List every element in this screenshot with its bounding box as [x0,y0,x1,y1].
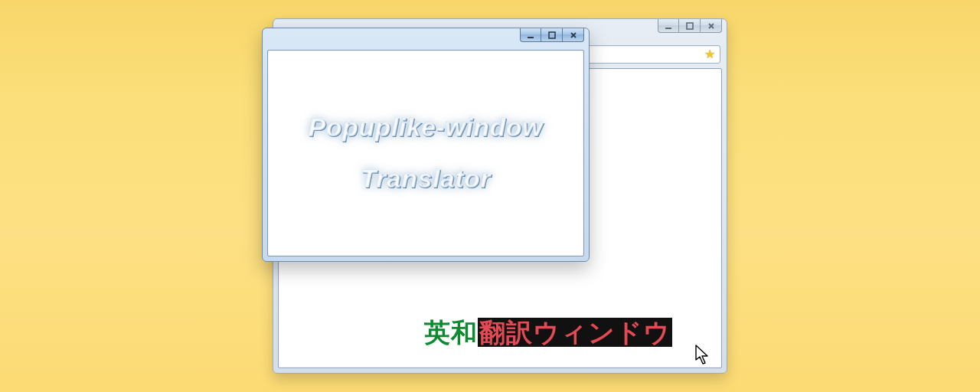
svg-rect-4 [528,37,534,38]
popup-window: Popuplike-window Translator [262,28,590,262]
minimize-icon [526,31,535,40]
jp-unselected-text: 英和 [424,318,478,347]
svg-rect-1 [687,23,693,29]
minimize-icon [664,21,673,31]
close-button[interactable] [701,19,722,33]
desktop-background: ★ 英和翻訳ウィンドウ [0,0,980,392]
svg-rect-0 [665,28,671,29]
popup-window-controls [520,28,584,42]
popup-titlebar[interactable] [263,28,589,50]
maximize-button[interactable] [541,28,563,42]
minimize-button[interactable] [520,28,541,42]
page-heading-jp[interactable]: 英和翻訳ウィンドウ [424,315,672,351]
svg-rect-5 [549,32,555,38]
browser-window-controls [658,19,722,33]
cursor-icon [695,345,710,366]
star-icon[interactable]: ★ [704,48,715,60]
popup-content: Popuplike-window Translator [267,50,584,256]
popup-title-line1: Popuplike-window [309,113,543,142]
maximize-icon [685,21,694,31]
maximize-button[interactable] [679,19,701,33]
close-icon [569,31,578,40]
minimize-button[interactable] [658,19,679,33]
popup-title-line2: Translator [361,164,492,194]
maximize-icon [547,31,557,40]
close-button[interactable] [563,28,584,42]
close-icon [707,21,716,31]
jp-selected-text: 翻訳ウィンドウ [478,318,672,347]
